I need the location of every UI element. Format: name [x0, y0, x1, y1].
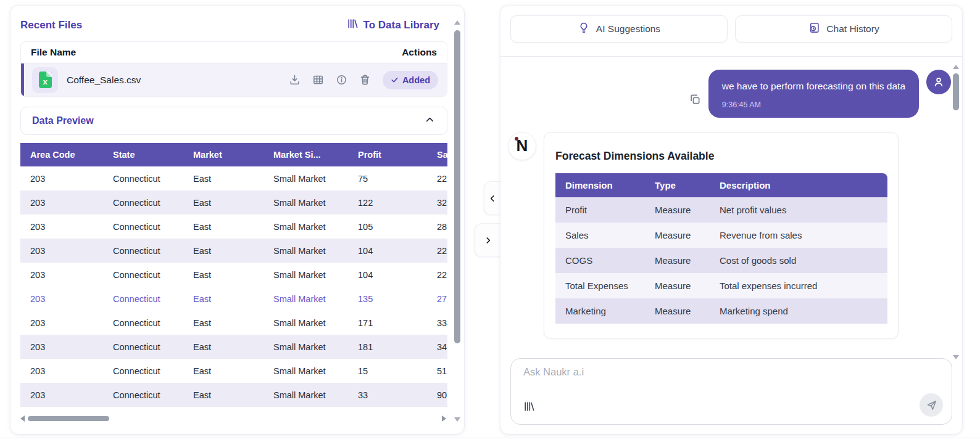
preview-row[interactable]: 203ConnecticutEastSmall Market1551 [20, 359, 447, 383]
chat-scroll-down-arrow[interactable] [953, 355, 959, 359]
data-preview-toggle[interactable]: Data Preview [20, 107, 447, 135]
download-icon [289, 74, 301, 86]
cell: 171 [348, 311, 427, 335]
cell: Small Market [264, 335, 348, 359]
file-table: File Name Actions x Coffee_Sales.csv [20, 41, 447, 97]
info-button[interactable] [336, 74, 347, 86]
file-actions: Added [289, 71, 438, 89]
cell: Measure [645, 298, 710, 324]
preview-row[interactable]: 203ConnecticutEastSmall Market105289 [20, 215, 447, 239]
cell: 203 [20, 287, 103, 311]
file-table-header: File Name Actions [21, 42, 447, 63]
preview-header-row: Area CodeStateMarketMarket Si...ProfitSa… [20, 143, 447, 166]
file-name: Coffee_Sales.csv [67, 75, 141, 86]
cell: 203 [20, 190, 103, 215]
recent-files-panel: Recent Files To Data Library File Name A… [10, 5, 465, 435]
added-badge: Added [383, 71, 438, 89]
view-table-button[interactable] [312, 74, 324, 86]
horizontal-scroll-thumb[interactable] [28, 416, 109, 421]
scroll-left-arrow[interactable] [20, 415, 25, 422]
vertical-scroll-thumb[interactable] [454, 30, 460, 343]
cell: East [183, 383, 264, 407]
scroll-right-arrow[interactable] [442, 415, 446, 422]
page-bottom-divider [0, 438, 980, 438]
cell: Small Market [264, 311, 348, 335]
person-icon [932, 75, 945, 89]
cell: 90 [427, 383, 447, 407]
preview-row[interactable]: 203ConnecticutEastSmall Market135275 [20, 287, 447, 311]
chat-input[interactable] [523, 366, 915, 393]
cell: Connecticut [103, 383, 183, 407]
ai-suggestions-button[interactable]: AI Suggestions [510, 15, 728, 43]
user-message-bubble: we have to perform forecasting on this d… [708, 70, 919, 118]
preview-row[interactable]: 203ConnecticutEastSmall Market3390 [20, 383, 447, 407]
to-data-library-label: To Data Library [363, 19, 439, 31]
assistant-message-row: N Forecast Dimensions Available Dimensio… [500, 132, 953, 339]
chat-history-button[interactable]: Chat History [735, 15, 952, 43]
preview-row[interactable]: 203ConnecticutEastSmall Market104223 [20, 239, 447, 263]
expand-panel-right-button[interactable] [475, 223, 500, 257]
cell: Marketing [555, 298, 645, 324]
preview-column-header: Profit [348, 143, 427, 166]
data-preview-title: Data Preview [32, 115, 94, 126]
added-label: Added [402, 75, 430, 85]
user-message-text: we have to perform forecasting on this d… [722, 80, 905, 93]
chevron-right-icon [483, 235, 493, 245]
cell: 122 [348, 190, 427, 215]
cell: 203 [20, 166, 103, 190]
copy-message-button[interactable] [689, 93, 701, 107]
chat-toolbar: AI Suggestions Chat History [510, 15, 952, 43]
file-name-column-header: File Name [31, 47, 76, 58]
forecast-dimensions-table: DimensionTypeDescription ProfitMeasureNe… [555, 173, 887, 324]
cell: East [183, 190, 264, 215]
cell: Connecticut [103, 166, 183, 190]
cell: Connecticut [103, 311, 183, 335]
app-root: Recent Files To Data Library File Name A… [0, 0, 980, 442]
user-message-time: 9:36:45 AM [722, 100, 905, 109]
send-icon [926, 399, 937, 411]
cell: 104 [348, 239, 427, 263]
preview-row[interactable]: 203ConnecticutEastSmall Market181346 [20, 335, 447, 359]
preview-column-header: State [103, 143, 183, 166]
forecast-column-header: Dimension [555, 173, 645, 197]
download-button[interactable] [289, 74, 301, 86]
cell: 135 [348, 287, 427, 311]
preview-row[interactable]: 203ConnecticutEastSmall Market171334 [20, 311, 447, 335]
delete-button[interactable] [359, 74, 371, 86]
cell: East [183, 166, 264, 190]
cell: Cost of goods sold [710, 248, 887, 273]
excel-file-icon: x [39, 72, 52, 88]
composer-library-button[interactable] [523, 401, 535, 414]
cell: Small Market [264, 190, 348, 215]
to-data-library-button[interactable]: To Data Library [347, 18, 439, 33]
cell: 225 [427, 166, 447, 190]
preview-row[interactable]: 203ConnecticutEastSmall Market104223 [20, 263, 447, 287]
cell: Profit [555, 197, 645, 223]
collapse-panel-left-button[interactable] [484, 181, 500, 215]
cell: 203 [20, 311, 103, 335]
preview-row[interactable]: 203ConnecticutEastSmall Market75225 [20, 166, 447, 190]
chat-history-label: Chat History [826, 23, 879, 35]
scroll-down-arrow[interactable] [454, 417, 460, 422]
library-icon [523, 401, 535, 412]
forecast-row: Total ExpensesMeasureTotal expenses incu… [555, 273, 887, 298]
chevron-left-icon [488, 194, 497, 203]
cell: Total expenses incurred [710, 273, 887, 298]
cell: 203 [20, 383, 103, 407]
file-row[interactable]: x Coffee_Sales.csv [21, 63, 447, 96]
history-icon [808, 22, 820, 36]
user-avatar [926, 70, 951, 94]
chat-scroll-thumb[interactable] [953, 73, 959, 110]
scroll-up-arrow[interactable] [454, 20, 460, 25]
cell: Connecticut [103, 359, 183, 383]
info-icon [336, 74, 347, 86]
assistant-message-card: Forecast Dimensions Available DimensionT… [544, 132, 899, 339]
excel-letter: x [43, 77, 47, 86]
assistant-avatar: N [508, 132, 536, 160]
preview-row[interactable]: 203ConnecticutEastSmall Market122325 [20, 190, 447, 215]
forecast-column-header: Description [710, 173, 887, 197]
send-button[interactable] [920, 393, 943, 417]
chat-scroll-up-arrow[interactable] [953, 65, 959, 69]
cell: East [183, 263, 264, 287]
preview-column-header: Sales [427, 143, 447, 166]
